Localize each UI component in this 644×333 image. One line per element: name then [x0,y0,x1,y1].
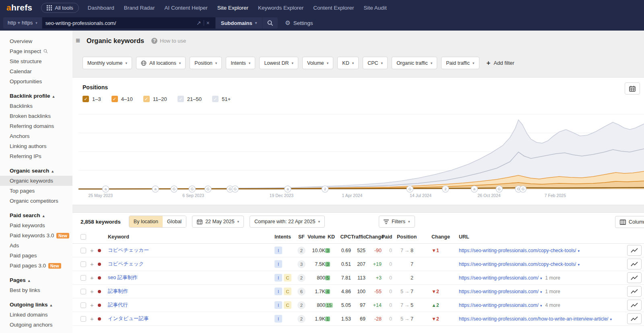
sidebar-section-outgoing-links[interactable]: Outgoing links▲ [0,295,72,310]
all-tools-button[interactable]: All tools [41,3,79,13]
legend-item-51[interactable]: ✓51+ [212,96,231,102]
date-picker-button[interactable]: 22 May 2025▾ [192,216,244,228]
legend-checkbox[interactable]: ✓ [178,96,184,102]
sidebar-section-organic-search[interactable]: Organic search▲ [0,161,72,176]
toggle-global[interactable]: Global [163,216,186,227]
filter-all-locations-dropdown[interactable]: All locations▾ [136,57,186,69]
col-change[interactable]: Change [365,234,382,240]
serp-dot-icon[interactable] [98,249,101,252]
url-caret-icon[interactable]: ▾ [540,304,542,308]
col-position[interactable]: Position [397,234,420,240]
positions-chart[interactable]: aaGGGGGa2G2aGGG25 May 20236 Sep 202319 D… [78,105,644,199]
url-link[interactable]: https://seo-writing-professionals.com/co… [459,248,576,253]
sidebar-item-paid-keywords[interactable]: Paid keywords [0,220,72,230]
topnav-item-site-audit[interactable]: Site Audit [364,5,387,11]
keyword-link[interactable]: seo 記事制作 [108,274,275,281]
add-to-list-icon[interactable]: + [90,288,94,295]
add-to-list-icon[interactable]: + [90,261,94,267]
row-checkbox[interactable] [80,302,86,308]
open-in-new-tab-icon[interactable]: ↗ [194,20,204,26]
sidebar-item-referring-ips[interactable]: Referring IPs [0,151,72,161]
select-all-checkbox[interactable] [80,234,86,240]
url-link[interactable]: https://seo-writing-professionals.com/ho… [459,316,608,322]
legend-item-4-10[interactable]: ✓4–10 [111,96,133,102]
url-link[interactable]: https://seo-writing-professionals.com/ [459,302,539,308]
col-position-change[interactable]: Change [431,234,451,240]
url-link[interactable]: https://seo-writing-professionals.com/co… [459,261,576,267]
legend-checkbox[interactable]: ✓ [111,96,118,102]
sparkline-button[interactable] [627,272,642,283]
url-caret-icon[interactable]: ▾ [578,263,580,267]
toggle-by-location[interactable]: By location [129,216,163,227]
ahrefs-logo[interactable]: ahrefs [6,3,32,12]
sidebar-item-backlinks[interactable]: Backlinks [0,101,72,111]
keyword-link[interactable]: 記事制作 [108,288,275,295]
topnav-item-ai-content-helper[interactable]: AI Content Helper [164,5,207,11]
clear-icon[interactable]: × [204,20,212,26]
legend-checkbox[interactable]: ✓ [83,96,89,102]
chart-annotation-2[interactable]: 2 [322,186,328,192]
col-cpc[interactable]: CPC [337,234,351,240]
hamburger-icon[interactable]: ≡ [76,36,80,45]
filters-button[interactable]: Filters▾ [379,216,415,228]
keyword-link[interactable]: コピペチェック [108,261,275,267]
serp-dot-icon[interactable] [98,263,101,266]
sparkline-button[interactable] [627,259,642,269]
search-button[interactable] [262,17,278,29]
topnav-item-dashboard[interactable]: Dashboard [88,5,114,11]
chart-annotation-a[interactable]: a [152,186,159,192]
serp-dot-icon[interactable] [98,276,101,280]
url-link[interactable]: https://seo-writing-professionals.com/ [459,289,539,294]
add-to-list-icon[interactable]: + [90,247,94,254]
row-checkbox[interactable] [80,248,86,253]
col-paid[interactable]: Paid [382,234,392,240]
compare-button[interactable]: Compare with: 22 Apr 2025▾ [250,216,325,228]
sidebar-item-paid-keywords-3-0[interactable]: Paid keywords 3.0New [0,230,72,240]
sidebar-item-opportunities[interactable]: Opportunities [0,76,72,86]
row-checkbox[interactable] [80,316,86,322]
serp-dot-icon[interactable] [98,304,101,307]
col-kd[interactable]: KD [325,234,337,240]
subdomains-dropdown[interactable]: Subdomains▾ [216,17,262,29]
chart-annotation-a[interactable]: a [102,186,109,192]
sidebar-item-ads[interactable]: Ads [0,240,72,251]
legend-checkbox[interactable]: ✓ [143,96,150,102]
col-volume[interactable]: Volume [308,234,325,240]
add-to-list-icon[interactable]: + [90,274,94,281]
chart-calendar-button[interactable] [625,82,640,95]
url-caret-icon[interactable]: ▾ [610,317,612,321]
more-urls-link[interactable]: 1 more [545,289,560,294]
sidebar-section-backlink-profile[interactable]: Backlink profile▲ [0,86,72,101]
legend-checkbox[interactable]: ✓ [212,96,219,102]
sidebar-section-pages[interactable]: Pages▲ [0,271,72,285]
legend-item-21-50[interactable]: ✓21–50 [178,96,202,102]
chart-annotation-a[interactable]: a [285,186,291,192]
filter-cpc-dropdown[interactable]: CPC▾ [363,57,388,69]
col-traffic[interactable]: Traffic [351,234,365,240]
sidebar-item-page-inspect[interactable]: Page inspect [0,46,72,56]
filter-volume-dropdown[interactable]: Volume▾ [302,57,333,69]
sidebar-item-best-by-links[interactable]: Best by links [0,285,72,295]
url-caret-icon[interactable]: ▾ [540,276,542,280]
filter-monthly-volume-dropdown[interactable]: Monthly volume▾ [83,57,132,69]
add-to-list-icon[interactable]: + [90,302,94,308]
sidebar-item-overview[interactable]: Overview [0,36,72,46]
filter-position-dropdown[interactable]: Position▾ [190,57,222,69]
sidebar-item-outgoing-anchors[interactable]: Outgoing anchors [0,320,72,330]
add-filter-button[interactable]: +Add filter [487,59,514,67]
chart-annotation-G[interactable]: G [189,186,195,192]
serp-dot-icon[interactable] [98,290,101,293]
sidebar-item-anchors[interactable]: Anchors [0,131,72,141]
more-urls-link[interactable]: 1 more [545,275,560,281]
url-caret-icon[interactable]: ▾ [540,290,542,294]
add-to-list-icon[interactable]: + [90,315,94,322]
col-keyword[interactable]: Keyword [108,234,275,240]
sparkline-button[interactable] [627,286,642,297]
row-checkbox[interactable] [80,275,86,281]
filter-intents-dropdown[interactable]: Intents▾ [226,57,255,69]
col-sf[interactable]: SF [295,234,308,240]
row-checkbox[interactable] [80,289,86,294]
more-urls-link[interactable]: 4 more [545,302,560,308]
legend-item-11-20[interactable]: ✓11–20 [143,96,167,102]
topnav-item-brand-radar[interactable]: Brand Radar [124,5,155,11]
